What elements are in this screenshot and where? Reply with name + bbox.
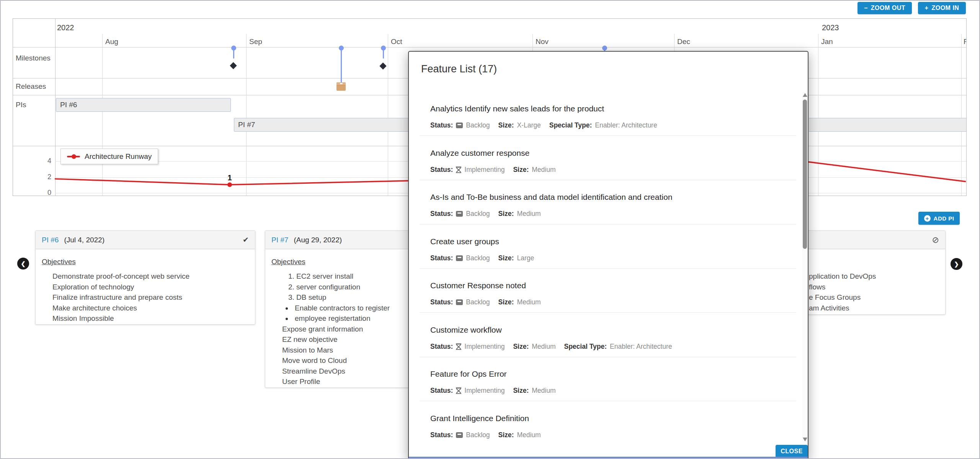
dialog-bottom-strip bbox=[409, 457, 808, 459]
y-tick-0: 0 bbox=[38, 189, 51, 196]
grid-line bbox=[961, 34, 962, 196]
pin-head bbox=[602, 46, 607, 51]
implementing-hourglass-icon bbox=[456, 167, 461, 173]
objective-item: User Profile bbox=[282, 377, 320, 386]
zoom-out-label: ZOOM OUT bbox=[871, 5, 905, 11]
check-icon: ✔ bbox=[243, 235, 249, 244]
objectives-heading[interactable]: Objectives bbox=[271, 258, 305, 266]
pi7-link[interactable]: PI #7 bbox=[271, 236, 288, 244]
objective-item: Finalize infrastructure and prepare cost… bbox=[52, 293, 182, 302]
minus-icon: − bbox=[864, 5, 868, 11]
zoom-out-button[interactable]: − ZOOM OUT bbox=[858, 2, 912, 14]
objective-item: Exploration of technology bbox=[52, 283, 134, 291]
carousel-next-button[interactable]: ❯ bbox=[951, 258, 962, 270]
objective-item: Demonstrate proof-of-concept web service bbox=[52, 272, 189, 281]
month-label: Aug bbox=[105, 38, 118, 46]
carousel-prev-button[interactable]: ❮ bbox=[17, 258, 29, 270]
pin-head bbox=[339, 46, 344, 51]
feature-title: Feature for Ops Error bbox=[430, 369, 507, 379]
objective-item: Streamline DevOps bbox=[282, 367, 345, 376]
objective-item: pplication to DevOps bbox=[809, 272, 876, 281]
zoom-in-label: ZOOM IN bbox=[931, 5, 959, 11]
pi6-card: PI #6 (Jul 4, 2022) ✔ Objectives Demonst… bbox=[35, 230, 255, 325]
pin-stem bbox=[341, 48, 342, 83]
pi-bar-pi6[interactable]: PI #6 bbox=[56, 98, 231, 112]
feature-title: Analyze customer response bbox=[430, 149, 529, 158]
pi-bar-pi7[interactable]: PI #7 bbox=[234, 118, 423, 132]
objective-item: 3. DB setup bbox=[288, 293, 326, 302]
grid-line bbox=[818, 34, 818, 196]
feature-meta: Status:Backlog Size:Medium bbox=[430, 431, 541, 439]
chevron-left-icon: ❮ bbox=[21, 260, 26, 267]
feature-list-dialog: Feature List (17) Analytics Identify new… bbox=[408, 51, 808, 459]
objective-item: am Activities bbox=[809, 304, 849, 312]
feature-title: As-Is and To-Be business and data model … bbox=[430, 193, 672, 202]
legend-line-marker-icon bbox=[67, 156, 80, 157]
month-label: Jan bbox=[821, 38, 833, 46]
feature-title: Customize workflow bbox=[430, 325, 502, 335]
objective-item: e Focus Groups bbox=[809, 293, 861, 302]
add-pi-button[interactable]: + ADD PI bbox=[918, 212, 960, 225]
scroll-up-icon[interactable] bbox=[803, 93, 807, 97]
legend-label: Architecture Runway bbox=[85, 152, 152, 161]
month-label: Sep bbox=[249, 38, 262, 46]
cancel-icon: ⊘ bbox=[932, 235, 939, 245]
objective-item: flows bbox=[809, 283, 825, 291]
objective-item: employee registertation bbox=[286, 314, 371, 323]
list-divider bbox=[420, 357, 796, 357]
grid-line bbox=[388, 34, 388, 196]
feature-meta: Status:Backlog Size:Large bbox=[430, 254, 534, 262]
pi-bar-label: PI #7 bbox=[238, 121, 255, 129]
list-divider bbox=[420, 401, 796, 401]
objective-item: EZ new objective bbox=[282, 335, 338, 344]
objective-item: Mission to Mars bbox=[282, 346, 333, 354]
backlog-inbox-icon bbox=[456, 211, 463, 217]
month-label: Oct bbox=[391, 38, 402, 46]
bullet-icon bbox=[286, 318, 288, 320]
objective-item: Make architecture choices bbox=[52, 304, 137, 312]
grid-line bbox=[246, 34, 247, 196]
dialog-scrollbar[interactable] bbox=[802, 93, 808, 441]
bullet-icon bbox=[286, 307, 288, 310]
feature-meta: Status:Implementing Size:Medium Special … bbox=[430, 343, 672, 351]
feature-meta: Status:Backlog Size:X-Large Special Type… bbox=[430, 121, 657, 129]
dialog-title: Feature List (17) bbox=[421, 63, 497, 75]
implementing-hourglass-icon bbox=[456, 387, 461, 394]
pi-bar-right[interactable] bbox=[809, 118, 966, 132]
objective-item: Expose grant information bbox=[282, 325, 363, 333]
pi6-link[interactable]: PI #6 bbox=[42, 236, 59, 244]
objective-item: 2. server configuration bbox=[288, 283, 360, 291]
pi6-card-header: PI #6 (Jul 4, 2022) ✔ bbox=[36, 231, 255, 249]
y-tick-2: 2 bbox=[38, 173, 51, 181]
pin-head bbox=[231, 46, 236, 51]
package-dash bbox=[340, 83, 343, 84]
month-label: Dec bbox=[677, 38, 690, 46]
grid-line bbox=[13, 47, 966, 47]
scrollbar-thumb[interactable] bbox=[803, 100, 807, 249]
plus-icon: + bbox=[925, 5, 929, 11]
feature-title: Analytics Identify new sales leads for t… bbox=[430, 104, 604, 113]
year-label: 2022 bbox=[57, 23, 74, 32]
feature-meta: Status:Implementing Size:Medium bbox=[430, 387, 555, 395]
feature-meta: Status:Backlog Size:Medium bbox=[430, 210, 541, 218]
milestone-diamond-icon[interactable] bbox=[379, 62, 386, 69]
milestone-diamond-icon[interactable] bbox=[230, 62, 237, 69]
close-button[interactable]: CLOSE bbox=[776, 445, 808, 457]
row-label-releases: Releases bbox=[16, 82, 46, 91]
backlog-inbox-icon bbox=[456, 255, 463, 261]
objectives-heading[interactable]: Objectives bbox=[42, 258, 76, 266]
scroll-down-icon[interactable] bbox=[803, 438, 807, 441]
zoom-in-button[interactable]: + ZOOM IN bbox=[918, 2, 966, 14]
implementing-hourglass-icon bbox=[456, 343, 461, 350]
list-divider bbox=[420, 136, 796, 136]
objective-item: Enable contractors to register bbox=[286, 304, 390, 312]
pi6-date: (Jul 4, 2022) bbox=[64, 236, 105, 244]
month-label: Nov bbox=[536, 38, 549, 46]
y-tick-4: 4 bbox=[38, 157, 51, 165]
list-divider bbox=[420, 268, 796, 269]
backlog-inbox-icon bbox=[456, 299, 463, 305]
release-package-icon[interactable] bbox=[336, 82, 346, 91]
backlog-inbox-icon bbox=[456, 123, 463, 128]
pi-bar-label: PI #6 bbox=[60, 101, 77, 109]
chart-legend[interactable]: Architecture Runway bbox=[60, 149, 158, 164]
